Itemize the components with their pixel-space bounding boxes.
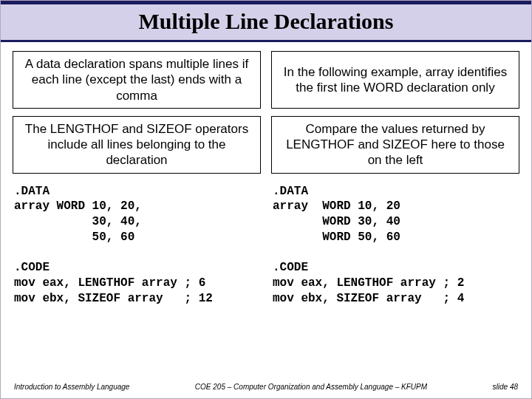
title-bar: Multiple Line Declarations [1,1,531,42]
box-top-left: A data declaration spans multiple lines … [13,51,261,109]
box-bottom-right: Compare the values returned by LENGTHOF … [271,116,519,174]
code-right: .DATA array WORD 10, 20 WORD 30, 40 WORD… [273,184,518,307]
code-left: .DATA array WORD 10, 20, 30, 40, 50, 60 … [14,184,259,307]
slide-title: Multiple Line Declarations [1,9,531,34]
footer-left: Introduction to Assembly Language [14,383,129,391]
box-bottom-left: The LENGTHOF and SIZEOF operators includ… [13,116,261,174]
footer-right: slide 48 [493,383,518,391]
code-columns: .DATA array WORD 10, 20, 30, 40, 50, 60 … [1,180,531,307]
text-grid: A data declaration spans multiple lines … [1,42,531,180]
box-top-right: In the following example, array identifi… [271,51,519,109]
footer-mid: COE 205 – Computer Organization and Asse… [129,383,492,391]
footer: Introduction to Assembly Language COE 20… [1,383,531,391]
